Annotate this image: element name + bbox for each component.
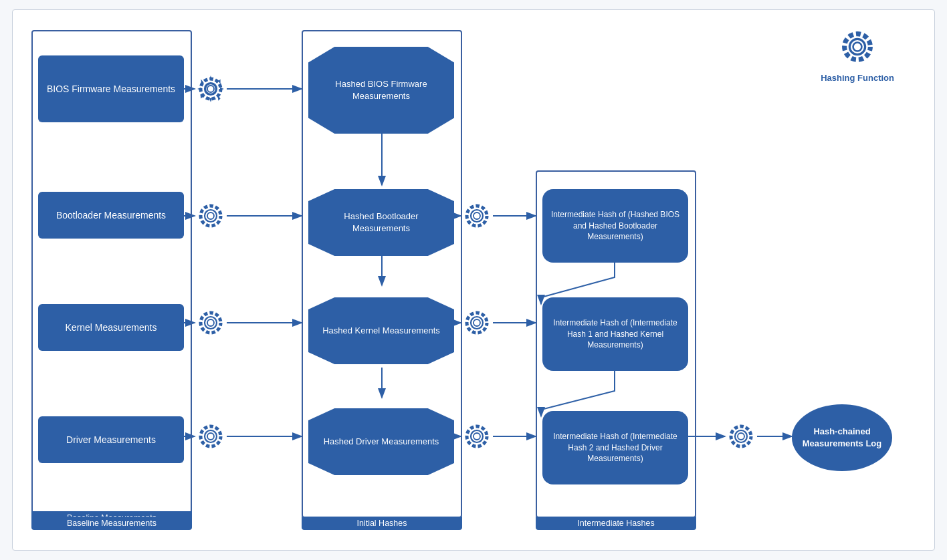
svg-point-43 <box>738 433 744 440</box>
svg-point-24 <box>205 210 217 222</box>
svg-point-40 <box>473 433 480 440</box>
intermediate-label-bottom: Intermediate Hashes <box>536 517 696 530</box>
svg-point-28 <box>207 319 214 326</box>
legend-area: Hashing Function <box>821 26 894 83</box>
kernel-box: Kernel Measurements <box>38 304 184 351</box>
svg-point-23 <box>201 79 221 99</box>
svg-point-45 <box>849 39 865 54</box>
final-ellipse: Hash-chained Measurements Log <box>792 404 892 471</box>
gear-5 <box>461 200 493 235</box>
legend-label: Hashing Function <box>821 73 894 83</box>
svg-point-27 <box>205 317 217 329</box>
bootloader-box: Bootloader Measurements <box>38 192 184 239</box>
svg-point-21 <box>205 83 217 95</box>
svg-point-31 <box>207 433 214 440</box>
hashed-kernel-octagon: Hashed Kernel Measurements <box>308 297 454 364</box>
inter-hash-2: Intermediate Hash of (Intermediate Hash … <box>542 297 688 371</box>
svg-point-22 <box>207 86 214 92</box>
hashed-driver-octagon: Hashed Driver Measurements <box>308 408 454 475</box>
svg-point-25 <box>207 213 214 219</box>
hashed-bios-octagon: Hashed BIOS Firmware Measurements <box>308 47 454 134</box>
svg-point-34 <box>473 213 480 219</box>
legend-gear-icon <box>837 26 878 67</box>
svg-point-38 <box>467 313 487 333</box>
svg-point-37 <box>473 319 480 326</box>
driver-box: Driver Measurements <box>38 416 184 463</box>
svg-point-42 <box>735 430 747 442</box>
svg-point-47 <box>845 34 871 60</box>
svg-point-29 <box>201 313 221 333</box>
initial-label-bottom: Initial Hashes <box>302 517 462 530</box>
gear-6 <box>461 307 493 341</box>
svg-point-33 <box>471 210 483 222</box>
svg-point-32 <box>201 426 221 446</box>
gear-1 <box>195 73 227 108</box>
diagram-container: Baseline Measurements BIOS Firmware Meas… <box>12 9 935 551</box>
gear-2 <box>195 200 227 235</box>
svg-point-41 <box>467 426 487 446</box>
svg-point-35 <box>467 206 487 226</box>
baseline-label-bottom: Baseline Measurements <box>31 517 192 530</box>
svg-point-26 <box>201 206 221 226</box>
gear-8 <box>725 420 757 455</box>
gear-4 <box>195 420 227 455</box>
gear-7 <box>461 420 493 455</box>
svg-point-46 <box>853 43 862 51</box>
inter-hash-3: Intermediate Hash of (Intermediate Hash … <box>542 411 688 484</box>
inter-hash-1: Intermediate Hash of (Hashed BIOS and Ha… <box>542 189 688 263</box>
svg-point-36 <box>471 317 483 329</box>
svg-point-44 <box>731 426 751 446</box>
svg-point-39 <box>471 430 483 442</box>
svg-point-30 <box>205 430 217 442</box>
bios-box: BIOS Firmware Measurements <box>38 55 184 122</box>
hashed-bootloader-octagon: Hashed Bootloader Measurements <box>308 189 454 256</box>
gear-3 <box>195 307 227 341</box>
